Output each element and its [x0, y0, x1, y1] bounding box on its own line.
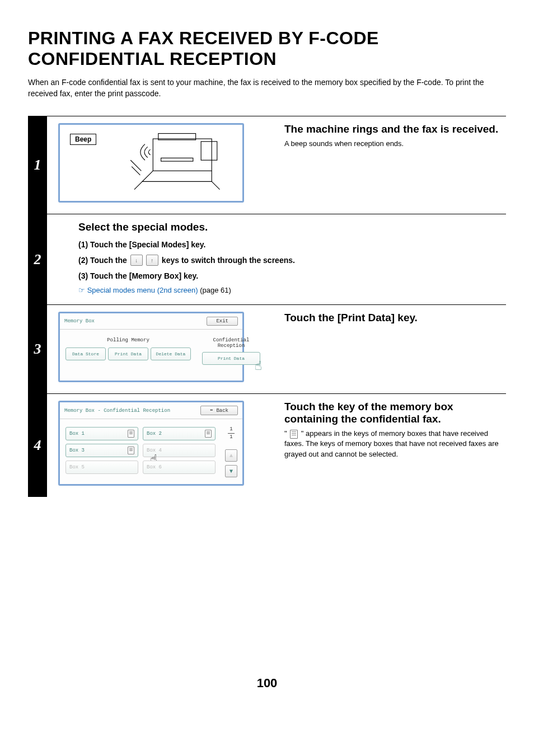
- scroll-down-button[interactable]: ▼: [225, 465, 237, 477]
- step-3: 3 Memory Box Exit Polling Memory Data St…: [28, 305, 506, 393]
- step2-title: Select the special modes.: [78, 221, 506, 233]
- box-label: Box 2: [147, 431, 162, 436]
- print-data-poll-button[interactable]: Print Data: [108, 348, 148, 360]
- back-arrow-icon: ⬅: [210, 407, 213, 414]
- box-label: Box 4: [147, 448, 162, 453]
- beep-label: Beep: [70, 134, 96, 145]
- svg-rect-0: [153, 139, 212, 171]
- box3-button[interactable]: Box 3: [65, 444, 138, 457]
- box-label: Box 3: [69, 448, 85, 453]
- delete-data-button[interactable]: Delete Data: [151, 348, 191, 360]
- box2-button[interactable]: Box 2: [143, 427, 216, 440]
- print-data-conf-button[interactable]: Print Data ☝: [202, 352, 260, 365]
- back-button[interactable]: ⬅ Back: [200, 406, 238, 415]
- document-icon: [290, 430, 298, 439]
- printer-illustration: [124, 128, 236, 198]
- step-4: 4 Memory Box - Confidential Reception ⬅ …: [28, 394, 506, 497]
- intro-text: When an F-code confidential fax is sent …: [28, 77, 506, 99]
- page-fraction: 1 1: [228, 427, 235, 440]
- desc-a: ": [284, 429, 289, 438]
- hand-pointer-icon: ☝: [255, 361, 262, 373]
- confidential-reception-label: Confidential Reception: [202, 337, 260, 349]
- document-icon: [205, 430, 212, 438]
- box-label: Box 1: [69, 431, 85, 436]
- svg-line-4: [212, 182, 219, 190]
- page-number: 100: [28, 676, 506, 691]
- box-label: Box 6: [147, 464, 162, 470]
- page-current: 1: [229, 427, 232, 432]
- document-icon: [128, 430, 134, 438]
- svg-rect-2: [201, 142, 217, 160]
- panel-title: Memory Box: [64, 318, 95, 324]
- arrow-up-icon: ↑: [146, 255, 158, 266]
- step-number: 2: [28, 214, 47, 304]
- pointing-hand-icon: ☞: [78, 286, 85, 294]
- confidential-reception-panel: Memory Box - Confidential Reception ⬅ Ba…: [58, 401, 244, 486]
- desc-b: " appears in the keys of memory boxes th…: [284, 429, 499, 458]
- ref-suffix: (page 61): [198, 286, 231, 294]
- data-store-button[interactable]: Data Store: [65, 348, 106, 360]
- step2-sub2: (2) Touch the ↓ ↑ keys to switch through…: [78, 255, 506, 266]
- step4-title: Touch the key of the memory box containi…: [284, 401, 506, 425]
- special-modes-link[interactable]: Special modes menu (2nd screen): [87, 286, 198, 294]
- step4-desc: " " appears in the keys of memory boxes …: [284, 429, 506, 459]
- svg-rect-5: [161, 158, 193, 162]
- step1-desc: A beep sounds when reception ends.: [284, 139, 506, 149]
- box4-button: Box 4 ☝: [143, 444, 216, 457]
- document-icon: [128, 447, 134, 454]
- step3-title: Touch the [Print Data] key.: [284, 312, 506, 324]
- page-total: 1: [229, 435, 232, 440]
- memory-box-panel: Memory Box Exit Polling Memory Data Stor…: [58, 312, 244, 382]
- step2-sub2b: keys to switch through the screens.: [162, 256, 295, 265]
- step2-sub3: (3) Touch the [Memory Box] key.: [78, 271, 506, 280]
- step-number: 4: [28, 394, 47, 497]
- svg-line-3: [134, 182, 142, 190]
- beep-panel: Beep: [58, 123, 244, 203]
- step2-sub1: (1) Touch the [Special Modes] key.: [78, 240, 506, 249]
- box1-button[interactable]: Box 1: [65, 427, 138, 440]
- step1-title: The machine rings and the fax is receive…: [284, 123, 506, 135]
- step-1: 1 Beep: [28, 116, 506, 214]
- box5-button: Box 5: [65, 461, 138, 474]
- exit-button[interactable]: Exit: [207, 317, 238, 326]
- step-number: 3: [28, 305, 47, 393]
- step2-sub2a: (2) Touch the: [78, 256, 127, 265]
- box6-button: Box 6: [143, 461, 216, 474]
- box-label: Box 5: [69, 464, 85, 470]
- step2-ref: ☞ Special modes menu (2nd screen) (page …: [78, 286, 506, 294]
- print-data-label: Print Data: [218, 356, 245, 361]
- page-title: PRINTING A FAX RECEIVED BY F-CODE CONFID…: [28, 28, 506, 69]
- scroll-up-button[interactable]: ▲: [225, 449, 237, 462]
- polling-memory-label: Polling Memory: [65, 337, 191, 343]
- back-label: Back: [216, 408, 228, 414]
- step-number: 1: [28, 116, 47, 214]
- step-2: 2 Select the special modes. (1) Touch th…: [28, 214, 506, 304]
- arrow-down-icon: ↓: [130, 255, 143, 266]
- panel-title: Memory Box - Confidential Reception: [64, 408, 170, 414]
